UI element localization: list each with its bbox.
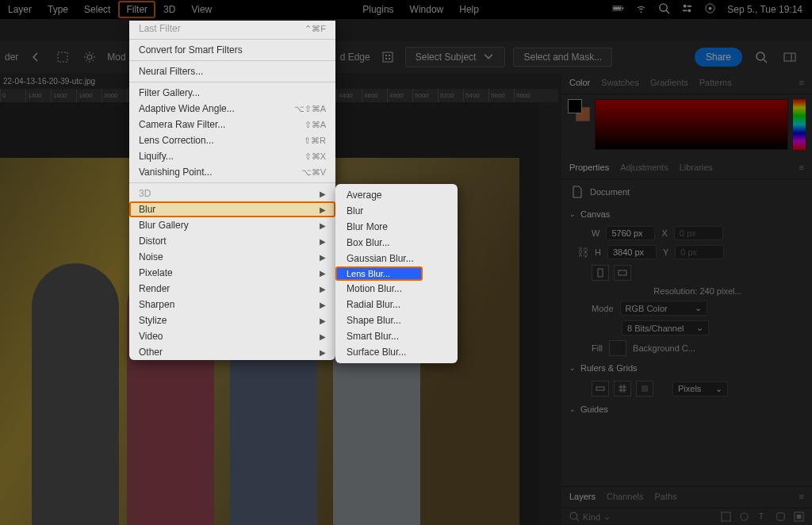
siri-icon[interactable] (704, 2, 716, 17)
menu-type[interactable]: Type (40, 1, 76, 18)
menu-sharpen-sub[interactable]: Sharpen▶ (129, 297, 335, 312)
tab-channels[interactable]: Channels (607, 492, 643, 501)
sample-icon[interactable] (378, 48, 397, 67)
menu-3d[interactable]: 3D (155, 1, 183, 18)
hue-slider[interactable] (793, 99, 806, 150)
menu-select[interactable]: Select (76, 1, 118, 18)
guides-section[interactable]: ⌄Guides (561, 400, 812, 419)
canvas-width-input[interactable] (606, 226, 655, 240)
submenu-average[interactable]: Average (335, 187, 458, 203)
filter-pixel-icon[interactable] (721, 512, 731, 522)
canvas-resolution: Resolution: 240 pixel... (561, 284, 812, 298)
fg-bg-swatch[interactable] (568, 99, 590, 121)
submenu-blur[interactable]: Blur (335, 203, 458, 219)
filter-shape-icon[interactable] (776, 512, 786, 522)
ruler-icon[interactable] (592, 381, 609, 397)
submenu-motion-blur[interactable]: Motion Blur... (335, 281, 458, 297)
menu-adaptive-wide[interactable]: Adaptive Wide Angle...⌥⇧⌘A (129, 101, 335, 117)
gear-icon[interactable] (80, 48, 99, 67)
select-tool-icon[interactable] (53, 48, 72, 67)
menu-noise-sub[interactable]: Noise▶ (129, 249, 335, 265)
menu-lens-correction[interactable]: Lens Correction...⇧⌘R (129, 132, 335, 148)
mode-label: Mode (592, 304, 614, 313)
spotlight-icon[interactable] (658, 2, 670, 17)
submenu-gaussian-blur[interactable]: Gaussian Blur... (335, 251, 458, 266)
control-center-icon[interactable] (681, 2, 693, 17)
menu-render-sub[interactable]: Render▶ (129, 281, 335, 297)
svg-rect-14 (385, 55, 387, 56)
menu-filter-gallery[interactable]: Filter Gallery... (129, 85, 335, 101)
menu-distort-sub[interactable]: Distort▶ (129, 233, 335, 249)
panel-menu-icon[interactable]: ≡ (799, 163, 804, 172)
link-icon[interactable]: ⛓ (577, 246, 588, 259)
menu-blur-gallery-sub[interactable]: Blur Gallery▶ (129, 217, 335, 233)
ruler-unit-select[interactable]: Pixels⌄ (672, 381, 728, 397)
rulers-section[interactable]: ⌄Rulers & Grids (561, 358, 812, 377)
submenu-lens-blur[interactable]: Lens Blur... (335, 266, 423, 281)
tab-layers[interactable]: Layers (569, 492, 596, 501)
tab-gradients[interactable]: Gradients (650, 78, 688, 87)
submenu-box-blur[interactable]: Box Blur... (335, 235, 458, 251)
tab-properties[interactable]: Properties (569, 163, 609, 172)
back-icon[interactable] (26, 48, 45, 67)
panel-menu-icon[interactable]: ≡ (799, 78, 804, 87)
menu-stylize-sub[interactable]: Stylize▶ (129, 312, 335, 328)
bit-depth-select[interactable]: 8 Bits/Channel⌄ (622, 320, 709, 335)
layer-filter-kind[interactable]: Kind⌄ (569, 512, 611, 522)
menu-help[interactable]: Help (451, 1, 487, 18)
filter-smart-icon[interactable] (794, 512, 804, 522)
tab-adjustments[interactable]: Adjustments (620, 163, 668, 172)
color-mode-select[interactable]: RGB Color⌄ (620, 301, 707, 316)
panel-menu-icon[interactable]: ≡ (799, 492, 804, 501)
canvas-height-input[interactable] (607, 245, 657, 259)
filter-type-icon[interactable]: T (757, 512, 768, 522)
menu-video-sub[interactable]: Video▶ (129, 328, 335, 344)
menu-vanishing-point[interactable]: Vanishing Point...⌥⌘V (129, 164, 335, 180)
tab-paths[interactable]: Paths (655, 492, 677, 501)
submenu-shape-blur[interactable]: Shape Blur... (335, 312, 458, 328)
guides-icon[interactable] (636, 381, 653, 397)
document-tab[interactable]: 22-04-13-16-20-39-utc.jpg (3, 77, 95, 86)
submenu-smart-blur[interactable]: Smart Blur... (335, 328, 458, 344)
submenu-radial-blur[interactable]: Radial Blur... (335, 297, 458, 312)
fill-swatch[interactable] (609, 340, 626, 356)
menu-camera-raw[interactable]: Camera Raw Filter...⇧⌘A (129, 117, 335, 132)
wifi-icon (635, 2, 647, 17)
search-icon[interactable] (752, 48, 771, 67)
canvas-section[interactable]: ⌄Canvas (561, 205, 812, 224)
select-and-mask-button[interactable]: Select and Mask... (513, 48, 612, 67)
submenu-surface-blur[interactable]: Surface Blur... (335, 344, 458, 360)
document-icon (571, 186, 584, 198)
menu-view[interactable]: View (183, 1, 220, 18)
select-subject-button[interactable]: Select Subject (405, 47, 506, 67)
tab-patterns[interactable]: Patterns (699, 78, 732, 87)
orientation-landscape[interactable] (614, 265, 631, 281)
share-button[interactable]: Share (695, 48, 742, 67)
menu-convert-smart[interactable]: Convert for Smart Filters (129, 42, 335, 58)
svg-line-27 (576, 519, 579, 521)
svg-rect-16 (385, 58, 387, 59)
filter-adjustment-icon[interactable] (739, 512, 749, 522)
menu-3d-sub: 3D▶ (129, 186, 335, 201)
workspace-icon[interactable] (780, 48, 799, 67)
svg-point-3 (660, 4, 667, 11)
menu-neural-filters[interactable]: Neural Filters... (129, 63, 335, 79)
tab-swatches[interactable]: Swatches (601, 78, 639, 87)
menu-plugins[interactable]: Plugins (354, 1, 401, 18)
options-cut: der (5, 52, 18, 63)
menu-blur-sub[interactable]: Blur▶ (129, 201, 335, 217)
menu-pixelate-sub[interactable]: Pixelate▶ (129, 265, 335, 281)
menu-liquify[interactable]: Liquify...⇧⌘X (129, 148, 335, 164)
menu-filter[interactable]: Filter (118, 1, 155, 18)
orientation-portrait[interactable] (592, 265, 609, 281)
menu-other-sub[interactable]: Other▶ (129, 344, 335, 360)
color-picker[interactable] (595, 99, 788, 150)
svg-point-10 (709, 7, 712, 10)
grid-icon[interactable] (614, 381, 631, 397)
tab-color[interactable]: Color (569, 78, 590, 87)
menu-window[interactable]: Window (402, 1, 452, 18)
submenu-blur-more[interactable]: Blur More (335, 219, 458, 235)
tab-libraries[interactable]: Libraries (680, 163, 713, 172)
app-menubar: Layer Type Select Filter 3D View Plugins… (0, 0, 812, 19)
menu-layer[interactable]: Layer (0, 1, 40, 18)
